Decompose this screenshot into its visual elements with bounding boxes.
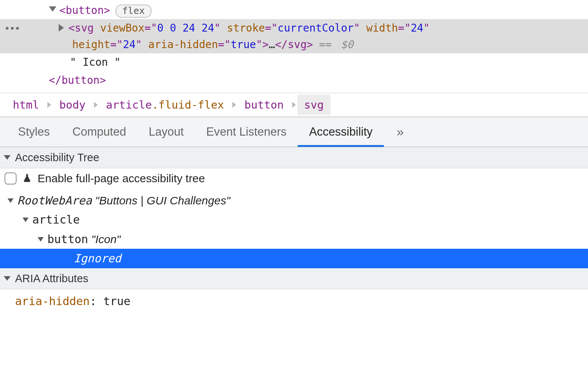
enable-fullpage-label: Enable full-page accessibility tree [38,172,205,185]
dom-row-textnode[interactable]: " Icon " [0,53,588,71]
flex-badge[interactable]: flex [115,5,152,18]
tree-row-root[interactable]: RootWebArea "​Buttons | GUI Challenges​" [0,191,588,210]
breadcrumb-item[interactable]: button [238,95,291,115]
dom-row-button-open[interactable]: <button>flex [0,2,588,19]
sidebar-tabstrip: Styles Computed Layout Event Listeners A… [0,117,588,147]
attr-name: aria-hidden [148,38,218,51]
section-aria-attributes[interactable]: ARIA Attributes [0,268,588,289]
dom-row-svg-selected[interactable]: ••• <svg viewBox="0 0 24 24" stroke="cur… [0,19,588,53]
chevron-right-icon [94,102,98,108]
section-title: Accessibility Tree [15,151,99,164]
section-title: ARIA Attributes [15,272,88,285]
chevron-down-icon [38,237,44,242]
dom-row-button-close[interactable]: </button> [0,71,588,89]
breadcrumb-item[interactable]: article.fluid-flex [99,95,231,115]
tree-row-button[interactable]: button "​Icon​" [0,230,588,249]
tag-button: button [66,4,104,17]
breadcrumb-item[interactable]: body [53,95,92,115]
attr-val: 24 [123,38,136,51]
tree-row-article[interactable]: article [0,210,588,230]
tab-event-listeners[interactable]: Event Listeners [195,118,298,146]
row-actions-icon[interactable]: ••• [0,20,23,36]
aria-attr-val: true [103,295,130,308]
checkbox[interactable] [5,172,17,184]
disclosure-triangle-icon[interactable] [49,6,56,12]
attr-name: height [72,38,110,51]
chevron-down-icon [23,218,29,222]
attr-name: stroke [227,22,265,34]
accessibility-tree: RootWebArea "​Buttons | GUI Challenges​"… [0,189,588,268]
breadcrumb: html body article.fluid-flex button svg [0,93,588,117]
disclosure-triangle-icon[interactable] [59,24,64,32]
attr-val: 24 [411,22,423,34]
tab-layout[interactable]: Layout [137,118,195,146]
disclosure-triangle-icon [4,276,11,281]
tag-svg: svg [75,22,94,34]
tree-row-ignored-selected[interactable]: Ignored [0,249,588,268]
attr-val: true [230,38,256,51]
chevron-down-icon [8,198,14,203]
console-ref: $0 [341,38,353,51]
elements-dom-panel: <button>flex ••• <svg viewBox="0 0 24 24… [0,0,588,93]
chevron-right-icon [232,102,236,108]
tab-accessibility[interactable]: Accessibility [298,118,384,146]
section-accessibility-tree[interactable]: Accessibility Tree [0,147,588,168]
text-node: " Icon " [70,56,121,68]
tabs-overflow-icon[interactable]: » [391,121,408,143]
tab-computed[interactable]: Computed [61,118,137,146]
aria-attr-key: aria-hidden [15,295,90,308]
attr-name: viewBox [100,22,144,34]
attr-name: width [366,22,398,34]
chevron-right-icon [292,102,296,108]
tab-styles[interactable]: Styles [7,118,61,146]
aria-attr-row: aria-hidden: true [0,289,588,313]
collapsed-ellipsis[interactable]: … [269,38,275,51]
chevron-right-icon [47,102,51,108]
flask-icon [22,172,32,184]
attr-val: currentColor [277,22,353,34]
breadcrumb-item[interactable]: html [6,95,46,115]
disclosure-triangle-icon [4,155,11,160]
accessibility-panel: Accessibility Tree Enable full-page acce… [0,147,588,313]
enable-fullpage-a11y-row[interactable]: Enable full-page accessibility tree [0,168,588,189]
attr-val: 0 0 24 24 [157,22,214,34]
breadcrumb-item-selected[interactable]: svg [297,95,330,115]
